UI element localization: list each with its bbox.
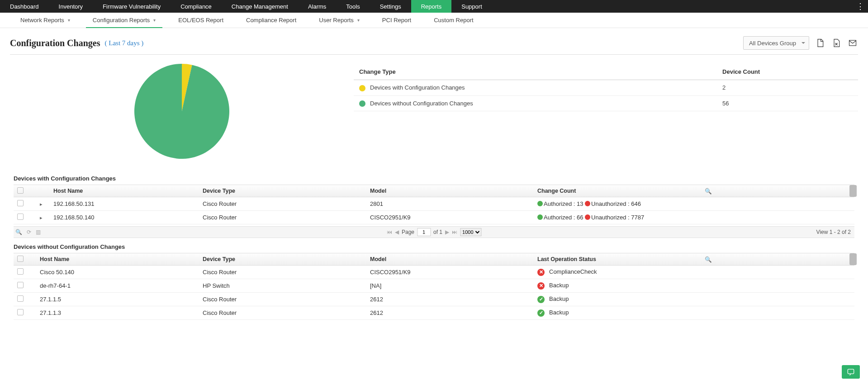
table-row[interactable]: de-rh7-64-1HP Switch[NA]✕Backup <box>14 279 854 293</box>
row-checkbox[interactable] <box>17 268 24 275</box>
pager-size-select[interactable]: 1000 <box>460 228 481 236</box>
status-error-icon: ✕ <box>537 282 545 290</box>
select-all-checkbox[interactable] <box>17 187 24 194</box>
table-row[interactable]: 27.1.1.5Cisco Router2612✓Backup <box>14 293 854 306</box>
subnav-user-reports[interactable]: User Reports▾ <box>308 13 371 28</box>
topnav-reports[interactable]: Reports <box>411 0 452 13</box>
subnav-eol-eos-report[interactable]: EOL/EOS Report <box>167 13 235 28</box>
row-checkbox[interactable] <box>17 309 24 315</box>
grid-scrollbar[interactable] <box>849 253 857 265</box>
cell-model: 2612 <box>366 309 534 316</box>
cell-status: ✓Backup <box>534 295 701 303</box>
col-status[interactable]: Last Operation Status <box>534 256 701 262</box>
authorized-icon <box>537 214 543 220</box>
cell-devicetype: HP Switch <box>199 282 366 289</box>
subnav-pci-report[interactable]: PCI Report <box>371 13 422 28</box>
topnav-inventory[interactable]: Inventory <box>49 0 93 13</box>
search-icon[interactable]: 🔍 <box>701 188 710 195</box>
email-icon[interactable] <box>847 38 858 48</box>
row-checkbox[interactable] <box>17 200 24 206</box>
cell-hostname: 192.168.50.131 <box>50 200 199 207</box>
chevron-down-icon: ▾ <box>153 18 156 23</box>
cell-changecount: Authorized : 66 Unauthorized : 7787 <box>534 214 701 221</box>
search-icon[interactable]: 🔍 <box>701 256 710 263</box>
pager-view-label: View 1 - 2 of 2 <box>816 229 855 235</box>
topnav-compliance[interactable]: Compliance <box>171 0 222 13</box>
grid-scrollbar[interactable] <box>849 185 857 197</box>
status-ok-icon: ✓ <box>537 309 545 317</box>
pie-slice[interactable] <box>134 64 229 159</box>
cell-model: CISCO2951/K9 <box>366 269 534 276</box>
cell-devicetype: Cisco Router <box>199 214 366 221</box>
pager-refresh-icon[interactable]: ⟳ <box>27 229 31 235</box>
row-checkbox[interactable] <box>17 282 24 288</box>
topnav-alarms[interactable]: Alarms <box>298 0 336 13</box>
time-range[interactable]: ( Last 7 days ) <box>104 39 143 47</box>
pager-page-input[interactable] <box>417 228 431 236</box>
export-pdf-icon[interactable] <box>815 38 825 48</box>
topnav-change-management[interactable]: Change Management <box>222 0 298 13</box>
export-xls-icon[interactable] <box>831 38 842 48</box>
row-checkbox[interactable] <box>17 295 24 302</box>
pie-chart <box>10 64 354 159</box>
topnav-support[interactable]: Support <box>451 0 492 13</box>
cell-devicetype: Cisco Router <box>199 200 366 207</box>
cell-model: [NA] <box>366 282 534 289</box>
grid-without-changes: Host Name Device Type Model Last Operati… <box>14 253 854 320</box>
col-changecount[interactable]: Change Count <box>534 188 701 194</box>
expand-icon[interactable]: ▸ <box>40 215 43 220</box>
pager-next-icon[interactable]: ▶ <box>445 229 449 235</box>
cell-status: ✓Backup <box>534 309 701 317</box>
col-model[interactable]: Model <box>366 256 534 262</box>
top-nav: DashboardInventoryFirmware Vulnerability… <box>0 0 868 13</box>
cell-model: 2801 <box>366 200 534 207</box>
chevron-down-icon: ▾ <box>68 18 70 23</box>
pager-last-icon[interactable]: ⏭ <box>452 229 457 235</box>
legend-dot-icon <box>359 100 365 107</box>
col-hostname[interactable]: Host Name <box>50 188 199 194</box>
col-devicetype[interactable]: Device Type <box>199 256 366 262</box>
cell-devicetype: Cisco Router <box>199 296 366 303</box>
grid-with-changes: Host Name Device Type Model Change Count… <box>14 185 854 224</box>
row-checkbox[interactable] <box>17 214 24 220</box>
more-menu-icon[interactable]: ⋮ <box>856 0 864 13</box>
col-model[interactable]: Model <box>366 188 534 194</box>
device-group-select[interactable]: All Devices Group <box>743 36 809 50</box>
chevron-down-icon: ▾ <box>357 18 360 23</box>
topnav-tools[interactable]: Tools <box>336 0 370 13</box>
unauthorized-icon <box>585 201 590 206</box>
chart-area: Change Type Device Count Devices with Co… <box>0 55 868 172</box>
pager-search-icon[interactable]: 🔍 <box>15 229 22 235</box>
col-hostname[interactable]: Host Name <box>36 256 199 262</box>
table-row[interactable]: 27.1.1.3Cisco Router2612✓Backup <box>14 306 854 320</box>
pager-page-label: Page <box>402 229 414 235</box>
legend-header-type: Change Type <box>354 64 717 80</box>
topnav-settings[interactable]: Settings <box>370 0 411 13</box>
page-title: Configuration Changes <box>10 38 100 48</box>
cell-hostname: 27.1.1.5 <box>36 296 199 303</box>
subnav-compliance-report[interactable]: Compliance Report <box>235 13 308 28</box>
topnav-dashboard[interactable]: Dashboard <box>0 0 49 13</box>
subnav-custom-report[interactable]: Custom Report <box>422 13 484 28</box>
topnav-firmware-vulnerability[interactable]: Firmware Vulnerability <box>93 0 171 13</box>
device-group-label: All Devices Group <box>749 40 796 47</box>
subnav-configuration-reports[interactable]: Configuration Reports▾ <box>81 13 167 28</box>
cell-changecount: Authorized : 13 Unauthorized : 646 <box>534 200 701 207</box>
select-all-checkbox[interactable] <box>17 256 24 262</box>
pager-of-label: of 1 <box>433 229 442 235</box>
table-row[interactable]: ▸192.168.50.140Cisco RouterCISCO2951/K9A… <box>14 211 854 224</box>
pager-first-icon[interactable]: ⏮ <box>387 229 392 235</box>
cell-devicetype: Cisco Router <box>199 269 366 276</box>
pager-columns-icon[interactable]: ▥ <box>36 229 41 235</box>
subnav-network-reports[interactable]: Network Reports▾ <box>9 13 81 28</box>
table-row[interactable]: Cisco 50.140Cisco RouterCISCO2951/K9✕Com… <box>14 266 854 279</box>
pager-prev-icon[interactable]: ◀ <box>395 229 399 235</box>
status-ok-icon: ✓ <box>537 296 545 303</box>
cell-model: 2612 <box>366 296 534 303</box>
col-devicetype[interactable]: Device Type <box>199 188 366 194</box>
expand-icon[interactable]: ▸ <box>40 201 43 207</box>
table-row[interactable]: ▸192.168.50.131Cisco Router2801Authorize… <box>14 197 854 211</box>
legend-header-count: Device Count <box>717 64 858 80</box>
legend-dot-icon <box>359 85 365 91</box>
section-title-without-changes: Devices without Configuration Changes <box>0 241 868 253</box>
